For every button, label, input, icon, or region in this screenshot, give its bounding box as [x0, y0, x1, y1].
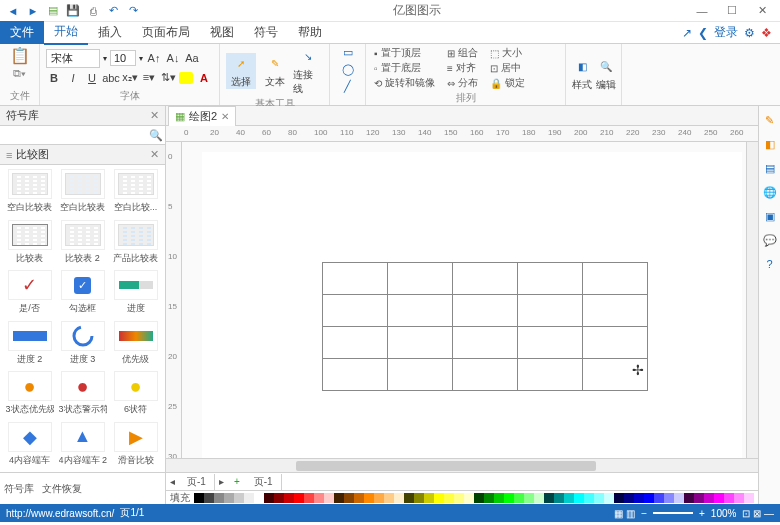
page-nav-label[interactable]: 页-1 [179, 474, 215, 490]
shape-item[interactable]: ▶滑音比较 [110, 422, 161, 469]
color-swatch[interactable] [414, 493, 424, 503]
color-swatch[interactable] [594, 493, 604, 503]
color-swatch[interactable] [374, 493, 384, 503]
pan-icon[interactable]: 🌐 [762, 184, 778, 200]
shape-item[interactable]: ●6状符 [110, 371, 161, 418]
edit-button[interactable]: 🔍 编辑 [596, 56, 616, 92]
color-swatch[interactable] [654, 493, 664, 503]
color-swatch[interactable] [644, 493, 654, 503]
color-swatch[interactable] [674, 493, 684, 503]
ellipse-shape-icon[interactable]: ◯ [342, 63, 354, 76]
shape-item[interactable]: ●3状态警示符 [57, 371, 108, 418]
format-icon[interactable]: ✎ [762, 112, 778, 128]
view-mode-icon[interactable]: ▦ ▥ [614, 508, 635, 519]
zoom-out-icon[interactable]: − [641, 508, 647, 519]
help-icon[interactable]: ❖ [761, 26, 772, 40]
comment-icon[interactable]: 💬 [762, 232, 778, 248]
color-swatch[interactable] [214, 493, 224, 503]
distribute-button[interactable]: ⇔分布 [445, 76, 480, 90]
color-swatch[interactable] [664, 493, 674, 503]
tab-home[interactable]: 开始 [44, 20, 88, 45]
highlight-button[interactable] [179, 72, 193, 84]
color-swatch[interactable] [334, 493, 344, 503]
link-icon[interactable]: ❮ [698, 26, 708, 40]
shape-item[interactable]: 优先级 [110, 321, 161, 368]
shape-item[interactable]: 比较表 [4, 220, 55, 267]
rect-shape-icon[interactable]: ▭ [343, 46, 353, 59]
shape-item[interactable]: ▲4内容端车 2 [57, 422, 108, 469]
shape-item[interactable]: 空白比较表 [57, 169, 108, 216]
back-icon[interactable]: ◄ [6, 4, 20, 18]
color-swatch[interactable] [724, 493, 734, 503]
doc-close-icon[interactable]: ✕ [221, 111, 229, 122]
color-swatch[interactable] [504, 493, 514, 503]
color-swatch[interactable] [404, 493, 414, 503]
tab-insert[interactable]: 插入 [88, 21, 132, 44]
color-swatch[interactable] [284, 493, 294, 503]
print-icon[interactable]: ⎙ [86, 4, 100, 18]
color-swatch[interactable] [604, 493, 614, 503]
tab-symbol[interactable]: 符号 [244, 21, 288, 44]
horizontal-scrollbar[interactable] [166, 458, 758, 472]
shape-item[interactable]: 进度 [110, 270, 161, 317]
minimize-button[interactable]: — [688, 2, 716, 20]
underline-button[interactable]: U [84, 70, 100, 86]
search-input[interactable] [0, 126, 146, 144]
text-tool[interactable]: ✎ 文本 [260, 53, 290, 89]
color-swatch[interactable] [384, 493, 394, 503]
bold-button[interactable]: B [46, 70, 62, 86]
color-swatch[interactable] [564, 493, 574, 503]
sub-button[interactable]: x₂▾ [122, 70, 138, 86]
layer-icon[interactable]: ▤ [762, 160, 778, 176]
lock-button[interactable]: 🔒锁定 [488, 76, 527, 90]
color-swatch[interactable] [464, 493, 474, 503]
color-swatch[interactable] [744, 493, 754, 503]
color-swatch[interactable] [254, 493, 264, 503]
fill-icon[interactable]: ◧ [762, 136, 778, 152]
paste-icon[interactable]: 📋 [10, 46, 30, 65]
fit-icon[interactable]: ⊡ ⊠ — [742, 508, 774, 519]
vertical-scrollbar[interactable] [746, 142, 758, 458]
shape-item[interactable]: ✓勾选框 [57, 270, 108, 317]
new-icon[interactable]: ▤ [46, 4, 60, 18]
color-swatch[interactable] [354, 493, 364, 503]
shape-item[interactable]: ●3状态优先级 [4, 371, 55, 418]
line-shape-icon[interactable]: ╱ [344, 80, 351, 93]
select-tool[interactable]: ➚ 选择 [226, 53, 256, 89]
color-swatch[interactable] [554, 493, 564, 503]
color-swatch[interactable] [324, 493, 334, 503]
canvas[interactable]: ✢ [182, 142, 746, 458]
size-button[interactable]: ⬚大小 [488, 46, 527, 60]
tab-layout[interactable]: 页面布局 [132, 21, 200, 44]
color-swatch[interactable] [244, 493, 254, 503]
color-swatch[interactable] [704, 493, 714, 503]
tab-view[interactable]: 视图 [200, 21, 244, 44]
shape-item[interactable]: 空白比较... [110, 169, 161, 216]
page-nav-next[interactable]: ▸ [215, 476, 228, 487]
shape-item[interactable]: 比较表 2 [57, 220, 108, 267]
page-nav-prev[interactable]: ◂ [166, 476, 179, 487]
bring-front-button[interactable]: ▪置于顶层 [372, 46, 437, 60]
save-icon[interactable]: 💾 [66, 4, 80, 18]
undo-icon[interactable]: ↶ [106, 4, 120, 18]
color-swatch[interactable] [614, 493, 624, 503]
color-swatch[interactable] [624, 493, 634, 503]
color-swatch[interactable] [684, 493, 694, 503]
color-swatch[interactable] [484, 493, 494, 503]
color-swatch[interactable] [294, 493, 304, 503]
color-swatch[interactable] [734, 493, 744, 503]
font-name-select[interactable]: 宋体 [46, 49, 100, 68]
color-swatch[interactable] [574, 493, 584, 503]
shape-item[interactable]: 进度 2 [4, 321, 55, 368]
fontcolor-button[interactable]: A [196, 70, 212, 86]
color-swatch[interactable] [204, 493, 214, 503]
scroll-thumb[interactable] [296, 461, 596, 471]
color-swatch[interactable] [274, 493, 284, 503]
color-swatch[interactable] [494, 493, 504, 503]
info-icon[interactable]: ? [762, 256, 778, 272]
page-tab[interactable]: 页-1 [246, 474, 282, 490]
zoom-in-icon[interactable]: + [699, 508, 705, 519]
color-swatch[interactable] [584, 493, 594, 503]
spacing-button[interactable]: ⇅▾ [160, 70, 176, 86]
italic-button[interactable]: I [65, 70, 81, 86]
